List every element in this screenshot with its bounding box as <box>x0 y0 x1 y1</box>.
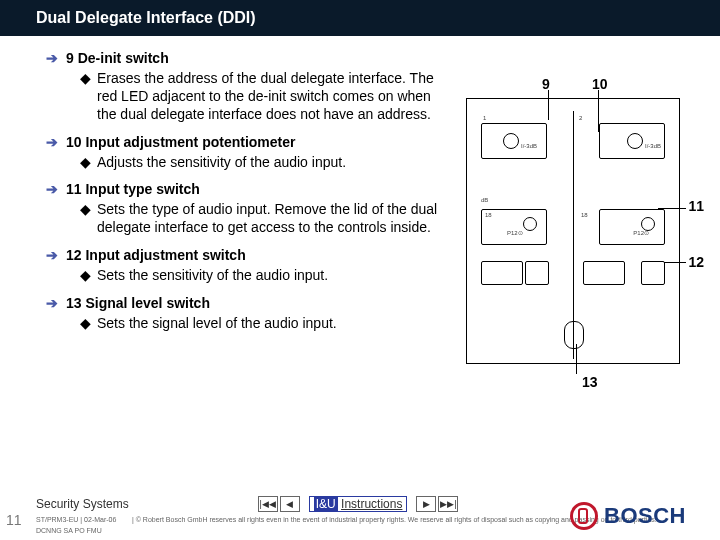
callout-13: 13 <box>582 374 598 390</box>
brand-text: BOSCH <box>604 503 686 529</box>
diagram-outline: I/-3dB I/-3dB 1 2 dB P12⊙ P12⊙ 18 18 <box>466 98 680 364</box>
title-bar: Dual Delegate Interface (DDI) <box>0 0 720 36</box>
callout-11: 11 <box>688 198 704 214</box>
page-number: 11 <box>6 512 22 528</box>
switch-left-a <box>481 261 523 285</box>
bosch-ring-icon <box>570 502 598 530</box>
switch-left-b <box>525 261 549 285</box>
content-area: ➔ 9 De-init switch ◆Erases the address o… <box>0 36 720 333</box>
device-diagram: I/-3dB I/-3dB 1 2 dB P12⊙ P12⊙ 18 18 9 1… <box>462 86 682 366</box>
iu-link[interactable]: Instructions <box>341 497 402 511</box>
nav-last-icon[interactable]: ▶▶| <box>438 496 458 512</box>
callout-12: 12 <box>688 254 704 270</box>
nav-first-icon[interactable]: |◀◀ <box>258 496 278 512</box>
brand-logo: BOSCH <box>570 502 686 530</box>
nav-prev-icon[interactable]: ◀ <box>280 496 300 512</box>
nav-controls: |◀◀ ◀ <box>257 496 301 512</box>
bullet-arrow-icon: ➔ <box>46 181 58 237</box>
bullet-arrow-icon: ➔ <box>46 50 58 124</box>
item-desc: Adjusts the sensitivity of the audio inp… <box>97 154 346 172</box>
item-num: 9 <box>66 50 74 66</box>
bullet-dot-icon: ◆ <box>80 315 91 333</box>
item-num: 10 <box>66 134 82 150</box>
item-name: Input type switch <box>85 181 199 197</box>
pot-icon <box>523 217 537 231</box>
item-name: Input adjustment potentiometer <box>85 134 295 150</box>
item-name: De-init switch <box>78 50 169 66</box>
switch-right-a <box>583 261 625 285</box>
knob-icon <box>503 133 519 149</box>
item-desc: Sets the sensitivity of the audio input. <box>97 267 328 285</box>
item-desc: Sets the type of audio input. Remove the… <box>97 201 446 237</box>
page-title: Dual Delegate Interface (DDI) <box>36 9 256 27</box>
callout-10: 10 <box>592 76 608 92</box>
knob-icon <box>627 133 643 149</box>
bullet-arrow-icon: ➔ <box>46 295 58 333</box>
switch-right-b <box>641 261 665 285</box>
chip-pot-right <box>599 209 665 245</box>
item-name: Input adjustment switch <box>85 247 245 263</box>
bullet-arrow-icon: ➔ <box>46 247 58 285</box>
item-num: 11 <box>66 181 82 197</box>
deinit-switch-icon <box>564 321 584 349</box>
bullet-arrow-icon: ➔ <box>46 134 58 172</box>
footer-code1: ST/PRM3-EU | 02-Mar-06 <box>36 516 126 523</box>
item-desc: Erases the address of the dual delegate … <box>97 70 446 124</box>
footer-code2: DCNNG SA PO FMU <box>36 527 126 534</box>
bullet-dot-icon: ◆ <box>80 267 91 285</box>
nav-next-icon[interactable]: ▶ <box>416 496 436 512</box>
bullet-dot-icon: ◆ <box>80 70 91 124</box>
bullet-dot-icon: ◆ <box>80 201 91 237</box>
item-desc: Sets the signal level of the audio input… <box>97 315 337 333</box>
footer-left: Security Systems <box>36 497 129 511</box>
bullet-dot-icon: ◆ <box>80 154 91 172</box>
item-name: Signal level switch <box>85 295 210 311</box>
item-num: 13 <box>66 295 82 311</box>
item-num: 12 <box>66 247 82 263</box>
iu-prefix: I&U <box>314 497 338 511</box>
